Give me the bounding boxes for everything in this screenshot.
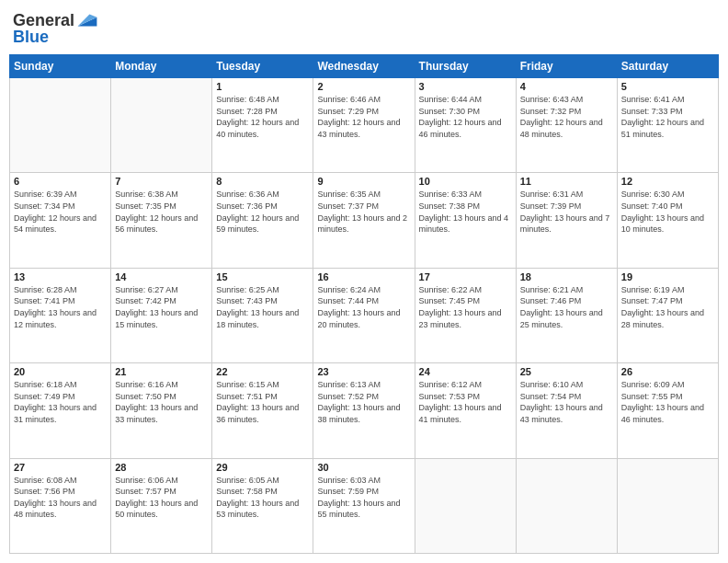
day-info: Sunrise: 6:41 AM Sunset: 7:33 PM Dayligh… (621, 94, 714, 140)
day-number: 29 (216, 462, 309, 473)
weekday-header-row: Sunday Monday Tuesday Wednesday Thursday… (10, 55, 719, 78)
day-number: 10 (419, 176, 512, 187)
header-friday: Friday (516, 55, 617, 78)
day-number: 1 (216, 81, 309, 92)
day-number: 21 (115, 366, 208, 377)
day-info: Sunrise: 6:38 AM Sunset: 7:35 PM Dayligh… (115, 189, 208, 235)
day-info: Sunrise: 6:09 AM Sunset: 7:55 PM Dayligh… (621, 379, 714, 425)
calendar-cell: 30Sunrise: 6:03 AM Sunset: 7:59 PM Dayli… (313, 458, 415, 553)
day-info: Sunrise: 6:16 AM Sunset: 7:50 PM Dayligh… (115, 379, 208, 425)
day-info: Sunrise: 6:35 AM Sunset: 7:37 PM Dayligh… (317, 189, 410, 235)
day-number: 4 (520, 81, 613, 92)
day-info: Sunrise: 6:22 AM Sunset: 7:45 PM Dayligh… (419, 284, 512, 330)
calendar-cell (111, 78, 212, 173)
day-number: 18 (520, 271, 613, 282)
day-info: Sunrise: 6:46 AM Sunset: 7:29 PM Dayligh… (317, 94, 410, 140)
day-number: 6 (14, 176, 107, 187)
calendar-cell: 24Sunrise: 6:12 AM Sunset: 7:53 PM Dayli… (415, 363, 516, 458)
day-number: 19 (621, 271, 714, 282)
day-info: Sunrise: 6:18 AM Sunset: 7:49 PM Dayligh… (14, 379, 107, 425)
day-number: 27 (14, 462, 107, 473)
day-info: Sunrise: 6:06 AM Sunset: 7:57 PM Dayligh… (115, 475, 208, 521)
day-number: 9 (317, 176, 410, 187)
day-info: Sunrise: 6:12 AM Sunset: 7:53 PM Dayligh… (419, 379, 512, 425)
day-info: Sunrise: 6:25 AM Sunset: 7:43 PM Dayligh… (216, 284, 309, 330)
calendar-cell: 14Sunrise: 6:27 AM Sunset: 7:42 PM Dayli… (111, 268, 212, 362)
day-number: 11 (520, 176, 613, 187)
calendar-cell: 23Sunrise: 6:13 AM Sunset: 7:52 PM Dayli… (313, 363, 415, 458)
day-number: 16 (317, 271, 410, 282)
day-number: 12 (621, 176, 714, 187)
day-number: 7 (115, 176, 208, 187)
day-number: 23 (317, 366, 410, 377)
calendar-cell (10, 78, 111, 173)
day-info: Sunrise: 6:48 AM Sunset: 7:28 PM Dayligh… (216, 94, 309, 140)
day-info: Sunrise: 6:05 AM Sunset: 7:58 PM Dayligh… (216, 475, 309, 521)
calendar-cell: 2Sunrise: 6:46 AM Sunset: 7:29 PM Daylig… (313, 78, 415, 173)
calendar-cell: 17Sunrise: 6:22 AM Sunset: 7:45 PM Dayli… (415, 268, 516, 362)
calendar-cell (516, 458, 617, 553)
calendar-cell: 29Sunrise: 6:05 AM Sunset: 7:58 PM Dayli… (212, 458, 313, 553)
calendar-cell: 22Sunrise: 6:15 AM Sunset: 7:51 PM Dayli… (212, 363, 313, 458)
day-info: Sunrise: 6:24 AM Sunset: 7:44 PM Dayligh… (317, 284, 410, 330)
day-info: Sunrise: 6:27 AM Sunset: 7:42 PM Dayligh… (115, 284, 208, 330)
day-number: 14 (115, 271, 208, 282)
day-info: Sunrise: 6:28 AM Sunset: 7:41 PM Dayligh… (14, 284, 107, 330)
day-number: 30 (317, 462, 410, 473)
calendar-cell: 16Sunrise: 6:24 AM Sunset: 7:44 PM Dayli… (313, 268, 415, 362)
logo-icon (76, 9, 98, 31)
header-tuesday: Tuesday (212, 55, 313, 78)
day-number: 20 (14, 366, 107, 377)
header: General Blue (9, 9, 719, 47)
day-number: 2 (317, 81, 410, 92)
header-sunday: Sunday (10, 55, 111, 78)
day-number: 8 (216, 176, 309, 187)
day-info: Sunrise: 6:08 AM Sunset: 7:56 PM Dayligh… (14, 475, 107, 521)
header-monday: Monday (111, 55, 212, 78)
day-info: Sunrise: 6:10 AM Sunset: 7:54 PM Dayligh… (520, 379, 613, 425)
day-number: 5 (621, 81, 714, 92)
calendar-cell (617, 458, 718, 553)
page: General Blue Sunday Monday Tuesday Wedne… (0, 0, 728, 563)
day-info: Sunrise: 6:36 AM Sunset: 7:36 PM Dayligh… (216, 189, 309, 235)
calendar-cell: 27Sunrise: 6:08 AM Sunset: 7:56 PM Dayli… (10, 458, 111, 553)
calendar-cell: 28Sunrise: 6:06 AM Sunset: 7:57 PM Dayli… (111, 458, 212, 553)
header-thursday: Thursday (415, 55, 516, 78)
calendar-table: Sunday Monday Tuesday Wednesday Thursday… (9, 54, 719, 554)
calendar-cell: 13Sunrise: 6:28 AM Sunset: 7:41 PM Dayli… (10, 268, 111, 362)
day-info: Sunrise: 6:15 AM Sunset: 7:51 PM Dayligh… (216, 379, 309, 425)
logo: General Blue (13, 9, 98, 47)
calendar-cell (415, 458, 516, 553)
day-info: Sunrise: 6:44 AM Sunset: 7:30 PM Dayligh… (419, 94, 512, 140)
day-info: Sunrise: 6:39 AM Sunset: 7:34 PM Dayligh… (14, 189, 107, 235)
day-number: 17 (419, 271, 512, 282)
day-info: Sunrise: 6:13 AM Sunset: 7:52 PM Dayligh… (317, 379, 410, 425)
header-wednesday: Wednesday (313, 55, 415, 78)
calendar-cell: 20Sunrise: 6:18 AM Sunset: 7:49 PM Dayli… (10, 363, 111, 458)
calendar-cell: 9Sunrise: 6:35 AM Sunset: 7:37 PM Daylig… (313, 173, 415, 268)
day-number: 15 (216, 271, 309, 282)
calendar-cell: 12Sunrise: 6:30 AM Sunset: 7:40 PM Dayli… (617, 173, 718, 268)
calendar-cell: 1Sunrise: 6:48 AM Sunset: 7:28 PM Daylig… (212, 78, 313, 173)
calendar-cell: 11Sunrise: 6:31 AM Sunset: 7:39 PM Dayli… (516, 173, 617, 268)
day-number: 25 (520, 366, 613, 377)
day-info: Sunrise: 6:43 AM Sunset: 7:32 PM Dayligh… (520, 94, 613, 140)
header-saturday: Saturday (617, 55, 718, 78)
day-info: Sunrise: 6:19 AM Sunset: 7:47 PM Dayligh… (621, 284, 714, 330)
calendar-cell: 15Sunrise: 6:25 AM Sunset: 7:43 PM Dayli… (212, 268, 313, 362)
calendar-cell: 19Sunrise: 6:19 AM Sunset: 7:47 PM Dayli… (617, 268, 718, 362)
calendar-cell: 25Sunrise: 6:10 AM Sunset: 7:54 PM Dayli… (516, 363, 617, 458)
day-info: Sunrise: 6:33 AM Sunset: 7:38 PM Dayligh… (419, 189, 512, 235)
day-number: 22 (216, 366, 309, 377)
day-number: 13 (14, 271, 107, 282)
calendar-cell: 8Sunrise: 6:36 AM Sunset: 7:36 PM Daylig… (212, 173, 313, 268)
day-number: 26 (621, 366, 714, 377)
day-info: Sunrise: 6:30 AM Sunset: 7:40 PM Dayligh… (621, 189, 714, 235)
calendar-cell: 7Sunrise: 6:38 AM Sunset: 7:35 PM Daylig… (111, 173, 212, 268)
calendar-cell: 4Sunrise: 6:43 AM Sunset: 7:32 PM Daylig… (516, 78, 617, 173)
day-number: 3 (419, 81, 512, 92)
calendar-cell: 18Sunrise: 6:21 AM Sunset: 7:46 PM Dayli… (516, 268, 617, 362)
day-info: Sunrise: 6:03 AM Sunset: 7:59 PM Dayligh… (317, 475, 410, 521)
calendar-cell: 6Sunrise: 6:39 AM Sunset: 7:34 PM Daylig… (10, 173, 111, 268)
calendar-cell: 3Sunrise: 6:44 AM Sunset: 7:30 PM Daylig… (415, 78, 516, 173)
